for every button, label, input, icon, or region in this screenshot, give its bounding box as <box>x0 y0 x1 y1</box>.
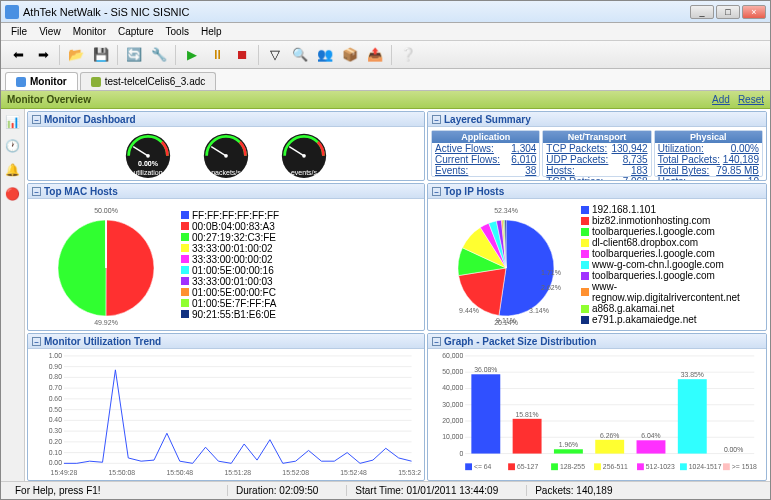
stop-button[interactable]: ⏹ <box>231 44 253 66</box>
svg-text:36.08%: 36.08% <box>474 366 497 373</box>
svg-rect-61 <box>471 374 500 453</box>
export-button[interactable]: 📤 <box>364 44 386 66</box>
svg-text:49.92%: 49.92% <box>94 319 118 325</box>
graph-panel: –Graph - Packet Size Distribution 010,00… <box>427 333 767 481</box>
mac-legend: FF:FF:FF:FF:FF:FF00:0B:04:00:83:A300:27:… <box>181 210 421 320</box>
legend-item: toolbarqueries.l.google.com <box>581 270 763 281</box>
sidebar-dashboard-icon[interactable]: 📊 <box>4 113 22 131</box>
svg-text:65-127: 65-127 <box>517 463 538 470</box>
legend-item: 01:00:5E:00:00:FC <box>181 287 421 298</box>
forward-button[interactable]: ➡ <box>32 44 54 66</box>
search-button[interactable]: 🔍 <box>289 44 311 66</box>
svg-text:6.26%: 6.26% <box>600 432 619 439</box>
svg-text:15:52:48: 15:52:48 <box>340 469 367 476</box>
menu-file[interactable]: File <box>5 24 33 39</box>
window-title: AthTek NetWalk - SiS NIC SISNIC <box>23 6 688 18</box>
svg-text:0.70: 0.70 <box>49 384 62 391</box>
collapse-icon[interactable]: – <box>32 115 41 124</box>
svg-text:15:50:48: 15:50:48 <box>166 469 193 476</box>
svg-text:0.60: 0.60 <box>49 395 62 402</box>
svg-text:50.00%: 50.00% <box>94 207 118 214</box>
collapse-icon[interactable]: – <box>432 115 441 124</box>
svg-rect-63 <box>513 419 542 454</box>
menu-help[interactable]: Help <box>195 24 228 39</box>
svg-text:0.90: 0.90 <box>49 363 62 370</box>
svg-rect-71 <box>678 379 707 453</box>
sidebar-chart-icon[interactable]: 🔴 <box>4 185 22 203</box>
svg-text:256-511: 256-511 <box>603 463 628 470</box>
legend-item: toolbarqueries.l.google.com <box>581 248 763 259</box>
sidebar-hosts-icon[interactable]: 🕐 <box>4 137 22 155</box>
filter-button[interactable]: ▽ <box>264 44 286 66</box>
collapse-icon[interactable]: – <box>32 337 41 346</box>
toolbar: ⬅ ➡ 📂 💾 🔄 🔧 ▶ ⏸ ⏹ ▽ 🔍 👥 📦 📤 ❔ <box>1 41 770 69</box>
legend-item: toolbarqueries.l.google.com <box>581 226 763 237</box>
legend-item: e791.p.akamaiedge.net <box>581 314 763 325</box>
svg-text:52.34%: 52.34% <box>494 207 518 214</box>
legend-item: biz82.inmotionhosting.com <box>581 215 763 226</box>
status-help: For Help, press F1! <box>7 485 207 496</box>
svg-rect-67 <box>595 440 624 454</box>
svg-text:15:50:08: 15:50:08 <box>109 469 136 476</box>
svg-text:0.10: 0.10 <box>49 449 62 456</box>
svg-rect-65 <box>554 449 583 453</box>
svg-rect-83 <box>637 463 644 470</box>
svg-text:15:52:08: 15:52:08 <box>282 469 309 476</box>
collapse-icon[interactable]: – <box>32 187 41 196</box>
svg-rect-75 <box>465 463 472 470</box>
svg-rect-87 <box>723 463 730 470</box>
svg-point-2 <box>146 154 150 158</box>
menu-view[interactable]: View <box>33 24 67 39</box>
svg-text:0.40: 0.40 <box>49 416 62 423</box>
add-link[interactable]: Add <box>712 94 730 105</box>
legend-item: 33:33:00:01:00:03 <box>181 276 421 287</box>
maximize-button[interactable]: □ <box>716 5 740 19</box>
svg-text:9.44%: 9.44% <box>459 307 479 314</box>
legend-item: FF:FF:FF:FF:FF:FF <box>181 210 421 221</box>
help-button[interactable]: ❔ <box>397 44 419 66</box>
svg-text:9.11%: 9.11% <box>496 317 516 324</box>
back-button[interactable]: ⬅ <box>7 44 29 66</box>
dashboard-panel: –Monitor Dashboard 0.00% utilization pac… <box>27 111 425 181</box>
sidebar-alerts-icon[interactable]: 🔔 <box>4 161 22 179</box>
close-button[interactable]: × <box>742 5 766 19</box>
legend-item: www-g-com-chn.l.google.com <box>581 259 763 270</box>
svg-text:0.80: 0.80 <box>49 373 62 380</box>
tab-monitor[interactable]: Monitor <box>5 72 78 90</box>
svg-rect-79 <box>551 463 558 470</box>
file-icon <box>91 77 101 87</box>
svg-text:<= 64: <= 64 <box>474 463 492 470</box>
refresh-button[interactable]: 🔄 <box>123 44 145 66</box>
collapse-icon[interactable]: – <box>432 187 441 196</box>
collapse-icon[interactable]: – <box>432 337 441 346</box>
svg-text:50,000: 50,000 <box>442 368 463 375</box>
menu-monitor[interactable]: Monitor <box>67 24 112 39</box>
statusbar: For Help, press F1! Duration: 02:09:50 S… <box>1 481 770 499</box>
hosts-button[interactable]: 👥 <box>314 44 336 66</box>
svg-text:0.30: 0.30 <box>49 427 62 434</box>
legend-item: 00:27:19:32:C3:FE <box>181 232 421 243</box>
ip-pie-chart: 52.34%20.14%9.44%9.11%3.14%2.62%1.71% <box>431 205 581 325</box>
legend-item: dl-client68.dropbox.com <box>581 237 763 248</box>
minimize-button[interactable]: _ <box>690 5 714 19</box>
app-icon <box>5 5 19 19</box>
svg-text:15:51:28: 15:51:28 <box>224 469 251 476</box>
pause-button[interactable]: ⏸ <box>206 44 228 66</box>
packets-button[interactable]: 📦 <box>339 44 361 66</box>
overview-title: Monitor Overview <box>7 94 91 105</box>
status-duration: Duration: 02:09:50 <box>227 485 326 496</box>
svg-text:128-255: 128-255 <box>560 463 585 470</box>
settings-button[interactable]: 🔧 <box>148 44 170 66</box>
save-button[interactable]: 💾 <box>90 44 112 66</box>
play-button[interactable]: ▶ <box>181 44 203 66</box>
tab-capture-file[interactable]: test-telcelCelis6_3.adc <box>80 72 217 90</box>
mac-pie-chart: 50.00%49.92% <box>31 205 181 325</box>
svg-text:60,000: 60,000 <box>442 352 463 359</box>
reset-link[interactable]: Reset <box>738 94 764 105</box>
open-button[interactable]: 📂 <box>65 44 87 66</box>
svg-text:30,000: 30,000 <box>442 401 463 408</box>
svg-rect-69 <box>637 440 666 453</box>
menu-capture[interactable]: Capture <box>112 24 160 39</box>
menu-tools[interactable]: Tools <box>160 24 195 39</box>
svg-rect-81 <box>594 463 601 470</box>
